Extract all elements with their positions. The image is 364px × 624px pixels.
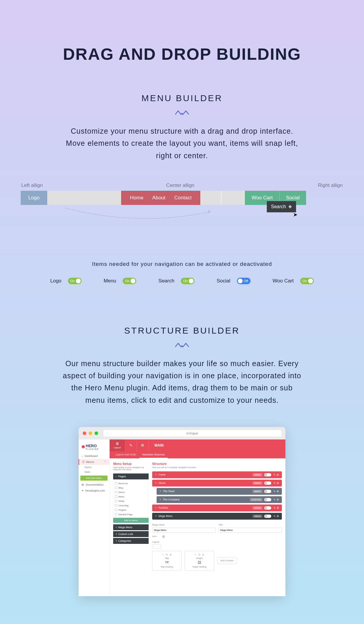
sidebar-dashboard[interactable]: ⌂Dashboard xyxy=(79,453,109,459)
menu-icon: ☰ xyxy=(82,460,84,463)
search-slot[interactable] xyxy=(221,191,245,205)
icon-toggle[interactable] xyxy=(162,535,169,538)
add-new-menu-button[interactable]: Add new menu xyxy=(80,476,108,481)
layout-thumb[interactable] xyxy=(152,544,161,549)
menu-builder-title: MENU BUILDER xyxy=(21,93,343,103)
structure-item[interactable]: +The TeamBASIC✎✥ xyxy=(157,488,282,495)
structure-item[interactable]: +PortfolioBASIC✎✥ xyxy=(152,505,282,511)
checkbox[interactable] xyxy=(115,482,117,484)
move-icon[interactable]: ✥ xyxy=(277,498,279,501)
toggle-row: LogoOnMenuOnSearchOnSocialOffWoo CartOn xyxy=(21,278,343,284)
layout-box-map[interactable]: ✎⿻🗑Map🗺Map Heading xyxy=(152,551,182,570)
tab-nav-structure[interactable]: Naviation Structure xyxy=(139,451,168,458)
edit-icon[interactable]: ✎ xyxy=(273,481,276,485)
toolbar-layout[interactable]: ⊞Layout xyxy=(110,439,125,451)
toggle-switch[interactable]: On xyxy=(181,278,194,284)
expand-icon[interactable]: + xyxy=(155,473,157,476)
menu-builder-desc: Customize your menu structure with a dra… xyxy=(61,125,303,162)
toggle-logo: LogoOn xyxy=(50,278,82,284)
checkbox[interactable] xyxy=(115,500,117,502)
expand-icon[interactable]: + xyxy=(160,490,161,493)
layout-box-images[interactable]: ✎⿻🗑Images🖼Image Heading xyxy=(185,551,214,570)
checkbox[interactable] xyxy=(115,491,117,493)
structure-item[interactable]: +The CompanyCUSTOM✎✥ xyxy=(157,496,282,503)
logo-main: HERO xyxy=(86,444,97,448)
toggle-switch[interactable]: On xyxy=(123,278,136,284)
page-item[interactable]: About us xyxy=(115,481,147,486)
sidebar-menus[interactable]: ☰Menus⌃ xyxy=(79,459,109,465)
url-bar[interactable]: inVogue xyxy=(103,430,281,437)
type-badge: CUSTOM xyxy=(250,498,262,501)
move-icon[interactable]: ✥ xyxy=(277,506,279,510)
sidebar-main[interactable]: Main xyxy=(79,470,109,474)
edit-icon[interactable]: ✎ xyxy=(273,506,276,510)
add-content-button[interactable]: Add Content xyxy=(217,557,237,564)
page-item[interactable]: Menu xyxy=(115,494,147,499)
expand-icon[interactable]: + xyxy=(155,481,157,484)
item-toggle[interactable] xyxy=(264,481,271,485)
page-item[interactable]: Demo xyxy=(115,490,147,494)
expand-icon[interactable]: + xyxy=(160,498,161,501)
toolbar-edit[interactable]: ✎ xyxy=(125,439,137,451)
checkbox[interactable] xyxy=(115,509,117,511)
pages-header[interactable]: −Pages xyxy=(113,473,149,479)
move-icon[interactable]: ✥ xyxy=(277,481,279,485)
layout-boxes: ✎⿻🗑Map🗺Map Heading ✎⿻🗑Images🖼Image Headi… xyxy=(152,551,282,570)
page-item[interactable]: Blog xyxy=(115,486,147,490)
move-icon[interactable]: ✥ xyxy=(277,473,279,476)
nav-home[interactable]: Home xyxy=(130,195,143,201)
browser-chrome: inVogue xyxy=(79,427,285,439)
categories-header[interactable]: +Categories xyxy=(113,538,149,544)
move-icon[interactable]: ✥ xyxy=(277,490,279,493)
edit-icon[interactable]: ✎ xyxy=(273,515,276,518)
custom-link-header[interactable]: +Custom Link xyxy=(113,531,149,537)
sidebar-docs[interactable]: 🗎Documentation xyxy=(79,482,109,488)
toggle-switch[interactable]: On xyxy=(68,278,82,284)
sidebar-site[interactable]: ✦heroplugins.com xyxy=(79,488,109,494)
sidebar-demo[interactable]: Demo xyxy=(79,465,109,470)
spacer xyxy=(47,191,121,205)
checkbox[interactable] xyxy=(115,495,117,498)
expand-icon[interactable]: + xyxy=(155,515,157,518)
edit-icon[interactable]: ✎ xyxy=(273,498,276,501)
minimize-dot[interactable] xyxy=(89,431,92,435)
item-toggle[interactable] xyxy=(264,498,271,501)
toolbar: ⊞Layout ✎ ⚙ MAIN xyxy=(110,439,285,451)
item-toggle[interactable] xyxy=(264,506,271,510)
move-icon[interactable]: ✥ xyxy=(277,515,279,518)
checkbox[interactable] xyxy=(115,486,117,489)
structure-item[interactable]: +AboutBASIC✎✥ xyxy=(152,480,282,486)
toggle-label: Search xyxy=(158,278,174,284)
page-item[interactable]: Slider xyxy=(115,499,147,503)
toolbar-settings[interactable]: ⚙ xyxy=(137,439,149,451)
edit-icon[interactable]: ✎ xyxy=(273,490,276,493)
item-toggle[interactable] xyxy=(264,473,271,476)
structure-item[interactable]: +HomeBASIC✎✥ xyxy=(152,471,282,478)
mega-name-input[interactable] xyxy=(152,528,216,533)
tab-layout-order[interactable]: Layout And Order xyxy=(113,451,139,458)
main-area: ⊞Layout ✎ ⚙ MAIN Layout And Order Naviat… xyxy=(110,439,285,596)
expand-icon[interactable]: + xyxy=(155,506,157,509)
nav-contact[interactable]: Contact xyxy=(174,195,192,201)
add-to-menu-button[interactable]: Add to menu xyxy=(113,518,149,523)
search-dragging[interactable]: Search ✥ xyxy=(267,201,296,212)
close-dot[interactable] xyxy=(83,431,86,435)
maximize-dot[interactable] xyxy=(95,431,98,435)
page-item[interactable]: Licensing xyxy=(115,503,147,508)
structure-item[interactable]: +Mega MenuMEGA✎✥ xyxy=(152,513,282,520)
nav-about[interactable]: About xyxy=(152,195,165,201)
wave-icon xyxy=(175,109,189,116)
item-toggle[interactable] xyxy=(264,515,271,518)
toggle-switch[interactable]: On xyxy=(300,278,314,284)
checkbox[interactable] xyxy=(115,513,117,515)
activation-text: Items needed for your navigation can be … xyxy=(21,261,343,267)
mega-menu-header[interactable]: +Mega Menu xyxy=(113,524,149,530)
page-item[interactable]: Sample Page xyxy=(115,512,147,517)
title-input[interactable] xyxy=(219,528,282,533)
checkbox[interactable] xyxy=(115,504,117,507)
logo-block[interactable]: Logo xyxy=(21,191,47,205)
page-item[interactable]: Plugins xyxy=(115,508,147,512)
edit-icon[interactable]: ✎ xyxy=(273,473,276,476)
toggle-switch[interactable]: Off xyxy=(237,278,251,284)
item-toggle[interactable] xyxy=(264,490,271,493)
